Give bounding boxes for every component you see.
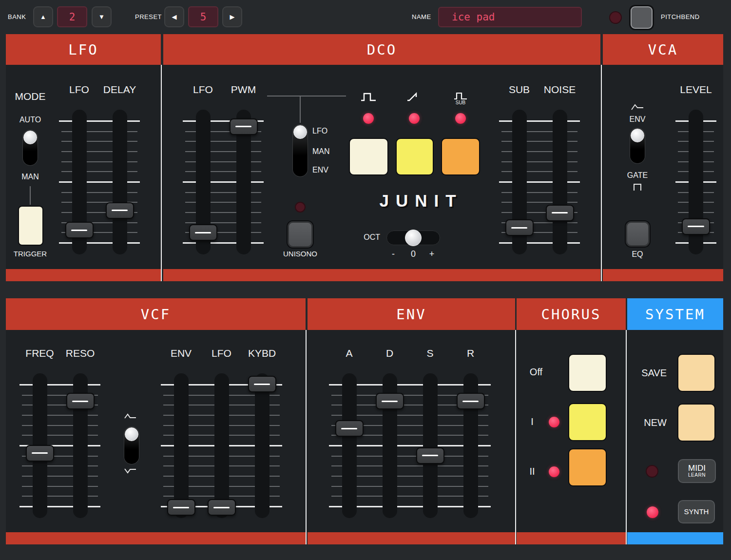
oct-zero-label: 0 [409,249,417,259]
saw-wave-led [409,113,420,124]
pwm-option-man: MAN [312,147,330,156]
slider-handle[interactable] [230,118,258,135]
slider-handle[interactable] [416,447,444,464]
chorus-2-button[interactable] [568,448,607,486]
freq-slider[interactable] [19,384,60,507]
sub-wave-button[interactable] [441,138,480,175]
pwm-source-toggle[interactable] [293,125,308,176]
env-positive-icon [124,412,137,420]
vcf-polarity-toggle[interactable] [124,427,139,464]
dco-lfo-label: LFO [183,84,223,96]
chorus-1-button[interactable] [568,403,607,441]
lfo-rate-label: LFO [59,84,99,96]
sustain-slider[interactable] [410,384,450,507]
slider-handle[interactable] [189,224,217,241]
down-arrow-icon: ▼ [98,13,105,20]
patch-name-input[interactable] [438,7,582,27]
pulse-wave-led [363,113,374,124]
slider-handle[interactable] [106,202,134,219]
slider-track[interactable] [342,373,357,518]
slider-handle[interactable] [505,219,534,236]
vca-mode-toggle[interactable] [630,128,645,163]
vcf-lfo-label: LFO [201,348,242,359]
noise-level-label: NOISE [539,84,580,96]
slider-handle[interactable] [682,218,710,235]
slider-handle[interactable] [376,393,404,409]
slider-handle[interactable] [546,205,574,221]
sub-level-slider[interactable] [499,120,539,244]
lfo-rate-slider[interactable] [59,120,99,244]
preset-prev-button[interactable]: ◀ [164,6,184,27]
dco-lfo-slider[interactable] [183,120,223,244]
slider-track[interactable] [423,373,438,518]
dco-mix-slider-bank: SUB NOISE [499,84,580,250]
reso-slider[interactable] [60,384,100,507]
unisono-button[interactable] [288,221,313,248]
synth-button[interactable]: SYNTH [678,500,715,523]
bank-up-button[interactable]: ▲ [33,6,53,27]
sub-square-wave-icon [453,91,468,101]
save-button[interactable] [677,354,715,392]
system-section-footer [627,532,723,544]
noise-level-slider[interactable] [539,120,580,244]
lfo-mode-toggle[interactable] [23,130,38,165]
toggle-ball [631,129,644,142]
chorus-off-label: Off [522,367,550,378]
name-label: NAME [412,13,431,20]
octave-knob[interactable] [405,230,422,246]
auto-label: AUTO [10,116,51,124]
lfo-section-footer [6,269,161,281]
toggle-ball [23,131,37,144]
saw-wave-button[interactable] [396,138,434,175]
trigger-button[interactable] [18,206,43,246]
vca-gate-label: GATE [625,171,650,180]
midi-learn-button[interactable]: MIDI LEARN [678,459,716,483]
junit-logo: JUNIT [341,191,494,211]
man-label: MAN [10,173,51,181]
left-arrow-icon: ◀ [172,13,177,20]
vca-env-label: ENV [625,115,650,124]
pitchbend-led [609,11,622,24]
vca-level-bank: LEVEL [675,84,716,250]
chorus-off-button[interactable] [568,354,607,392]
chorus-2-label: II [522,466,542,477]
level-slider[interactable] [675,120,716,244]
chorus-1-led [549,417,559,427]
divider-chorus-system [626,330,627,544]
slider-track[interactable] [255,373,269,518]
vcf-mod-bank: ENV LFO KYBD [161,348,282,513]
lfo-delay-slider[interactable] [99,120,140,244]
dco-pwm-slider[interactable] [223,120,264,244]
slider-handle[interactable] [66,393,95,409]
release-slider[interactable] [450,384,491,507]
vcf-kybd-slider[interactable] [242,384,282,507]
vcf-section-footer [6,532,306,544]
pwm-connector-line-h [267,96,346,97]
decay-slider[interactable] [369,384,410,507]
vcf-env-slider[interactable] [161,384,201,507]
slider-handle[interactable] [65,222,94,238]
pitchbend-button[interactable] [631,6,653,29]
slider-handle[interactable] [26,445,54,462]
pulse-wave-button[interactable] [349,138,388,175]
slider-track[interactable] [553,110,567,254]
right-arrow-icon: ▶ [230,13,235,20]
slider-track[interactable] [174,373,189,518]
attack-slider[interactable] [329,384,369,507]
new-button[interactable] [677,404,715,442]
slider-track[interactable] [214,373,229,518]
bank-down-button[interactable]: ▼ [92,6,112,27]
eq-button[interactable] [626,221,650,247]
vcf-lfo-slider[interactable] [201,384,242,507]
eq-label: EQ [628,250,647,259]
slider-handle[interactable] [335,420,364,437]
sustain-label: S [410,348,450,359]
slider-track[interactable] [113,110,127,254]
slider-handle[interactable] [167,499,195,516]
vcf-kybd-label: KYBD [242,348,282,359]
preset-next-button[interactable]: ▶ [222,6,242,27]
chorus-section-footer [517,532,626,544]
slider-handle[interactable] [208,499,236,516]
slider-handle[interactable] [248,376,276,392]
slider-handle[interactable] [457,393,485,409]
